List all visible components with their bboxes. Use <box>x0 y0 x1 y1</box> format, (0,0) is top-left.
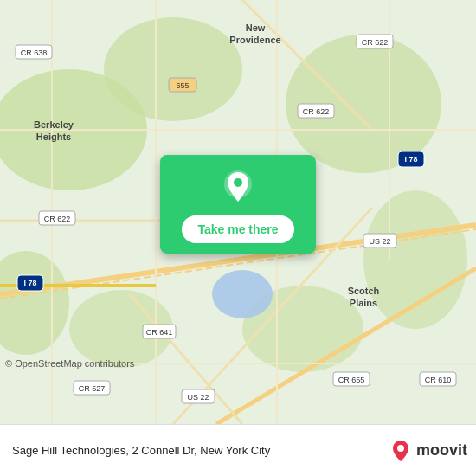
svg-point-59 <box>397 445 404 452</box>
moovit-pin-icon <box>389 439 413 463</box>
map-view: CR 638 CR 622 I 78 I 78 655 CR 622 CR 62… <box>0 0 476 424</box>
svg-text:Providence: Providence <box>229 35 280 45</box>
svg-text:CR 622: CR 622 <box>44 215 71 223</box>
svg-text:Heights: Heights <box>36 132 71 142</box>
svg-text:CR 622: CR 622 <box>303 107 330 116</box>
svg-text:Scotch: Scotch <box>348 286 380 296</box>
svg-text:US 22: US 22 <box>369 237 390 246</box>
svg-text:CR 638: CR 638 <box>21 48 48 57</box>
copyright-text: © OpenStreetMap contributors <box>5 358 134 369</box>
svg-text:655: 655 <box>176 81 189 90</box>
take-me-there-button[interactable]: Take me there <box>182 215 293 243</box>
svg-point-4 <box>363 190 467 329</box>
bottom-bar: Sage Hill Technologies, 2 Connell Dr, Ne… <box>0 424 476 476</box>
svg-text:CR 641: CR 641 <box>146 328 173 337</box>
svg-point-58 <box>234 178 242 187</box>
location-pin-icon <box>219 169 257 207</box>
svg-text:Berkeley: Berkeley <box>34 119 74 130</box>
svg-text:I 78: I 78 <box>23 279 36 287</box>
svg-point-8 <box>212 270 273 318</box>
moovit-logo: moovit <box>389 439 467 463</box>
svg-point-2 <box>104 17 242 121</box>
svg-text:CR 527: CR 527 <box>79 384 106 393</box>
svg-text:CR 622: CR 622 <box>362 38 389 47</box>
svg-text:CR 655: CR 655 <box>338 376 365 384</box>
location-card: Take me there <box>160 155 316 254</box>
location-text: Sage Hill Technologies, 2 Connell Dr, Ne… <box>9 444 389 457</box>
svg-text:US 22: US 22 <box>187 393 209 402</box>
svg-text:CR 610: CR 610 <box>425 376 452 384</box>
svg-text:New: New <box>246 23 266 33</box>
svg-text:Plains: Plains <box>350 298 377 308</box>
moovit-brand-name: moovit <box>416 441 467 460</box>
svg-text:I 78: I 78 <box>404 155 417 164</box>
